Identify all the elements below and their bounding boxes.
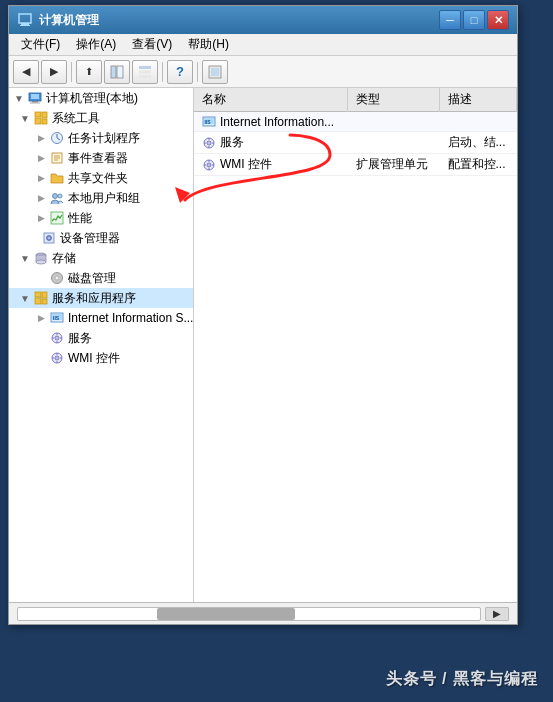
svg-point-35: [55, 276, 59, 280]
tree-performance[interactable]: ▶ 性能: [9, 208, 193, 228]
svg-rect-12: [32, 101, 38, 103]
tree-services-apps[interactable]: ▼ 服务和应用程序: [9, 288, 193, 308]
minimize-button[interactable]: ─: [439, 10, 461, 30]
svg-rect-11: [31, 94, 39, 99]
disk-icon: [49, 270, 65, 286]
tree-disk-management[interactable]: ▶ 磁盘管理: [9, 268, 193, 288]
menu-action[interactable]: 操作(A): [68, 34, 124, 55]
root-expander[interactable]: ▼: [11, 90, 27, 106]
menu-file[interactable]: 文件(F): [13, 34, 68, 55]
col-name[interactable]: 名称: [194, 88, 348, 112]
maximize-button[interactable]: □: [463, 10, 485, 30]
tree-iis[interactable]: ▶ IIS Internet Information S...: [9, 308, 193, 328]
tree-event-viewer[interactable]: ▶ 事件查看器: [9, 148, 193, 168]
menu-view[interactable]: 查看(V): [124, 34, 180, 55]
users-icon: [49, 190, 65, 206]
menu-bar: 文件(F) 操作(A) 查看(V) 帮助(H): [9, 34, 517, 56]
table-row[interactable]: IIS Internet Information...: [194, 112, 517, 132]
svg-rect-15: [35, 118, 41, 124]
menu-help[interactable]: 帮助(H): [180, 34, 237, 55]
title-bar: 计算机管理 ─ □ ✕: [9, 6, 517, 34]
scroll-thumb: [157, 608, 296, 620]
col-desc[interactable]: 描述: [440, 88, 517, 112]
iis-icon: IIS: [49, 310, 65, 326]
device-icon: [41, 230, 57, 246]
tree-device-manager[interactable]: ▶ 设备管理器: [9, 228, 193, 248]
task-expander[interactable]: ▶: [33, 130, 49, 146]
svg-rect-5: [139, 66, 151, 69]
system-tools-expander[interactable]: ▼: [17, 110, 33, 126]
tree-panel: ▼ 计算机管理(本地) ▼: [9, 88, 194, 602]
window-title: 计算机管理: [39, 12, 99, 29]
tree-local-users[interactable]: ▶ 本地用户和组: [9, 188, 193, 208]
users-expander[interactable]: ▶: [33, 190, 49, 206]
perf-expander[interactable]: ▶: [33, 210, 49, 226]
help-button[interactable]: ?: [167, 60, 193, 84]
services-expander[interactable]: ▼: [17, 290, 33, 306]
separator-3: [197, 62, 198, 82]
computer-icon: [27, 90, 43, 106]
separator-1: [71, 62, 72, 82]
row2-icon: [202, 136, 216, 150]
table-row[interactable]: 服务 启动、结...: [194, 132, 517, 154]
storage-expander[interactable]: ▼: [17, 250, 33, 266]
col-type[interactable]: 类型: [348, 88, 440, 112]
shared-expander[interactable]: ▶: [33, 170, 49, 186]
row1-icon: IIS: [202, 115, 216, 129]
svc-label: 服务: [68, 330, 92, 347]
tree-shared-folders[interactable]: ▶ 共享文件夹: [9, 168, 193, 188]
status-bar: ▶: [9, 602, 517, 624]
svg-point-25: [53, 194, 58, 199]
extra-button[interactable]: [202, 60, 228, 84]
tree-root[interactable]: ▼ 计算机管理(本地): [9, 88, 193, 108]
iis-label: Internet Information S...: [68, 311, 193, 325]
horizontal-scrollbar[interactable]: [17, 607, 481, 621]
task-icon: [49, 130, 65, 146]
storage-label: 存储: [52, 250, 76, 267]
forward-button[interactable]: ▶: [41, 60, 67, 84]
separator-2: [162, 62, 163, 82]
show-hide-tree[interactable]: [104, 60, 130, 84]
table-row[interactable]: WMI 控件 扩展管理单元 配置和控...: [194, 154, 517, 176]
svg-point-50: [55, 356, 59, 360]
tree-wmi[interactable]: ▶ WMI 控件: [9, 348, 193, 368]
svc-icon: [49, 330, 65, 346]
close-button[interactable]: ✕: [487, 10, 509, 30]
tree-task-scheduler[interactable]: ▶ 任务计划程序: [9, 128, 193, 148]
svg-rect-13: [30, 103, 40, 104]
row2-desc: 启动、结...: [440, 132, 517, 154]
content-area: ▼ 计算机管理(本地) ▼: [9, 88, 517, 602]
row1-desc: [440, 112, 517, 132]
row3-desc: 配置和控...: [440, 154, 517, 176]
event-expander[interactable]: ▶: [33, 150, 49, 166]
scroll-right-btn[interactable]: ▶: [485, 607, 509, 621]
svg-rect-7: [139, 75, 151, 78]
row3-type: 扩展管理单元: [348, 154, 440, 176]
svg-point-44: [55, 336, 59, 340]
list-view[interactable]: [132, 60, 158, 84]
back-button[interactable]: ◀: [13, 60, 39, 84]
perf-icon: [49, 210, 65, 226]
svg-point-30: [48, 237, 50, 239]
storage-icon: [33, 250, 49, 266]
up-button[interactable]: ⬆: [76, 60, 102, 84]
svg-rect-2: [20, 25, 30, 26]
detail-panel: 名称 类型 描述 IIS: [194, 88, 517, 602]
task-label: 任务计划程序: [68, 130, 140, 147]
tree-storage[interactable]: ▼ 存储: [9, 248, 193, 268]
tree-services[interactable]: ▶ 服务: [9, 328, 193, 348]
row3-icon: [202, 158, 216, 172]
svg-rect-9: [211, 68, 219, 76]
tree-system-tools[interactable]: ▼ 系统工具: [9, 108, 193, 128]
svg-rect-39: [42, 299, 47, 304]
svg-rect-4: [117, 66, 123, 78]
wmi-label: WMI 控件: [68, 350, 120, 367]
svg-point-33: [36, 260, 46, 264]
system-tools-label: 系统工具: [52, 110, 100, 127]
svg-point-59: [207, 141, 211, 145]
shared-icon: [49, 170, 65, 186]
iis-expander[interactable]: ▶: [33, 310, 49, 326]
svg-rect-0: [19, 14, 31, 23]
window-controls: ─ □ ✕: [439, 10, 509, 30]
row3-name: WMI 控件: [194, 154, 348, 176]
